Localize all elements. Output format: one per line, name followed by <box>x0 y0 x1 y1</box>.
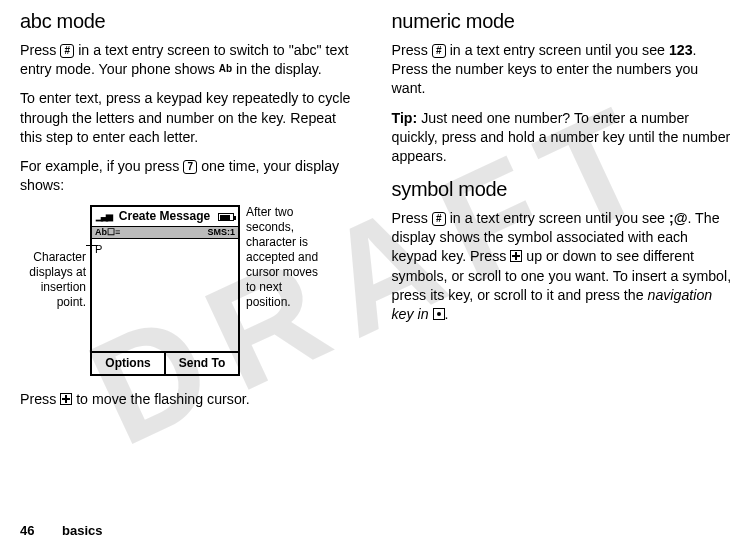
annotation-right: After two seconds, character is accepted… <box>240 205 320 310</box>
section-name: basics <box>62 523 102 538</box>
phone-status-right: SMS:1 <box>207 227 235 238</box>
signal-icon: ▁▃▅ <box>96 211 111 222</box>
phone-status-left: Ab☐≡ <box>95 227 120 238</box>
hash-key-icon: # <box>60 44 74 58</box>
symbol-para-1: Press # in a text entry screen until you… <box>392 209 734 324</box>
text: in the display. <box>232 61 322 77</box>
phone-softkeys: Options Send To <box>92 351 238 374</box>
page-number: 46 <box>20 523 34 538</box>
numeric-mode-heading: numeric mode <box>392 8 734 35</box>
text: to move the flashing cursor. <box>72 391 249 407</box>
text: Press <box>20 42 60 58</box>
abc-para-1: Press # in a text entry screen to switch… <box>20 41 362 79</box>
tip-label: Tip: <box>392 110 418 126</box>
annotation-left: Character displays at insertion point. <box>20 205 90 310</box>
abc-para-2: To enter text, press a keypad key repeat… <box>20 89 362 147</box>
phone-status-bar: Ab☐≡ SMS:1 <box>92 227 238 239</box>
phone-titlebar: ▁▃▅ Create Message <box>92 207 238 227</box>
text: . <box>445 306 449 322</box>
softkey-right: Send To <box>166 353 238 374</box>
text: Press <box>392 42 432 58</box>
123-indicator-icon: 123 <box>669 42 693 58</box>
ab-indicator-icon: Ab <box>219 63 232 74</box>
phone-figure: Character displays at insertion point. ▁… <box>20 205 362 376</box>
phone-screen: ▁▃▅ Create Message Ab☐≡ SMS:1 P Options … <box>90 205 240 376</box>
softkey-left: Options <box>92 353 166 374</box>
abc-mode-heading: abc mode <box>20 8 362 35</box>
text: in a text entry screen until you see <box>446 42 669 58</box>
hash-key-icon: # <box>432 44 446 58</box>
text: Press <box>392 210 432 226</box>
seven-key-icon: 7 <box>183 160 197 174</box>
page-content: abc mode Press # in a text entry screen … <box>0 0 753 420</box>
symbol-mode-heading: symbol mode <box>392 176 734 203</box>
phone-title-text: Create Message <box>119 209 210 224</box>
center-key-icon <box>433 308 445 320</box>
text: Press <box>20 391 60 407</box>
text: in a text entry screen until you see <box>446 210 669 226</box>
numeric-para-1: Press # in a text entry screen until you… <box>392 41 734 99</box>
nav-key-icon <box>510 250 522 262</box>
abc-para-4: Press to move the flashing cursor. <box>20 390 362 409</box>
battery-icon <box>218 213 234 221</box>
right-column: numeric mode Press # in a text entry scr… <box>392 8 734 420</box>
text: For example, if you press <box>20 158 183 174</box>
numeric-tip: Tip: Just need one number? To enter a nu… <box>392 109 734 167</box>
page-footer: 46 basics <box>20 523 103 538</box>
symbol-indicator-icon: ;@ <box>669 210 688 226</box>
abc-para-3: For example, if you press 7 one time, yo… <box>20 157 362 195</box>
nav-key-icon <box>60 393 72 405</box>
hash-key-icon: # <box>432 212 446 226</box>
left-column: abc mode Press # in a text entry screen … <box>20 8 362 420</box>
text: Just need one number? To enter a number … <box>392 110 731 164</box>
leader-line <box>86 245 98 246</box>
phone-body: P <box>92 239 238 351</box>
